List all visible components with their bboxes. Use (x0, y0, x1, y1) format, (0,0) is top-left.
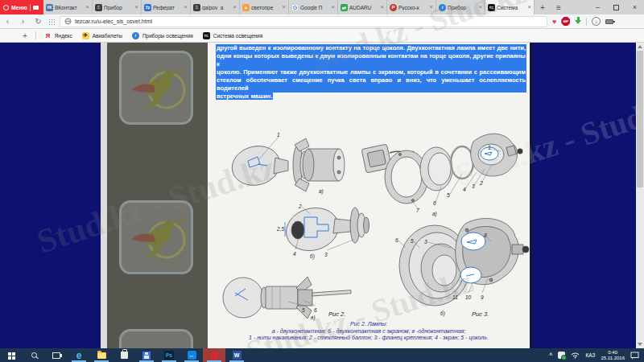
tab-close-icon[interactable]: × (478, 4, 482, 10)
bookmark-heart-icon[interactable]: ♥ (552, 18, 556, 26)
tab-close-icon[interactable]: × (134, 4, 138, 10)
selected-text-line: стеклом обеспечивает смещение пучка свет… (216, 76, 526, 93)
browser-tab[interactable]: РРусско-к× (387, 0, 436, 14)
address-bar: ‹ › ↻ tezcar.ru/u-elec_sis_osvet.html ♥ … (0, 14, 644, 29)
start-taskbar-button[interactable] (0, 348, 23, 362)
globe-icon (64, 18, 72, 25)
minimize-button[interactable]: – (588, 0, 607, 14)
caption-line: 1 - нити накаливания; 2 - стеклянный бал… (208, 335, 530, 342)
downloads-icon[interactable]: ↓ (592, 17, 601, 26)
opera-taskbar-button[interactable] (203, 348, 225, 362)
tab-title: Прибор (104, 5, 133, 10)
bookmark-item[interactable]: ✈Авиабилеты (82, 32, 122, 39)
new-tab-button[interactable]: + (535, 0, 551, 14)
teamviewer-taskbar-button[interactable]: ↔ (180, 348, 203, 362)
audaru-favicon: ⇄ (341, 4, 348, 11)
browser-tab[interactable]: TCСистема× (485, 0, 535, 14)
url-field[interactable]: tezcar.ru/u-elec_sis_osvet.html (60, 16, 547, 27)
action-center-icon[interactable] (630, 352, 639, 360)
clock[interactable]: 0:40 25.11.2016 (601, 350, 625, 361)
scroll-up-arrow-icon[interactable] (638, 45, 642, 48)
scroll-down-arrow-icon[interactable] (638, 343, 642, 346)
figure-label: б) (310, 253, 315, 259)
word-taskbar-button[interactable]: W (225, 348, 248, 362)
page-scrollbar[interactable] (636, 43, 644, 348)
figure-label: 8 (484, 232, 487, 238)
tab-title: Прибор (448, 5, 477, 10)
tab-title: ВКонтакт (55, 5, 84, 10)
tab-close-icon[interactable]: × (527, 4, 531, 10)
figure-label: Рис 3. (472, 311, 489, 317)
tab-close-icon[interactable]: × (429, 4, 433, 10)
selected-text-line: одни концы которых выведены к двум изоли… (216, 52, 526, 68)
floppy-app-taskbar-button[interactable] (135, 348, 158, 362)
back-button[interactable]: ‹ (0, 15, 15, 28)
edge-taskbar-button[interactable]: e (68, 348, 90, 362)
adblock-icon[interactable]: ABP (561, 17, 570, 26)
tab-title: AUDARU (349, 5, 378, 10)
caption-line: а - двухконтактная; б - двухконтактная с… (208, 328, 530, 335)
photoshop-taskbar-button[interactable]: Ps (158, 348, 180, 362)
tab-menu-button[interactable]: ≡ (551, 0, 567, 14)
browser-tab[interactable]: GGoogle П× (289, 0, 338, 14)
explorer-taskbar-button[interactable] (90, 348, 113, 362)
bookmark-item[interactable]: iПриборы освещения (132, 32, 193, 39)
battery-saver-icon[interactable] (605, 19, 613, 24)
scrollbar-thumb[interactable] (637, 51, 643, 187)
hidden-icons-button[interactable]: ^ (549, 352, 552, 358)
opera-menu-button[interactable]: Меню (0, 0, 43, 14)
task-view-taskbar-button[interactable] (45, 348, 68, 362)
teamviewer-tray-icon[interactable] (558, 352, 565, 359)
bookmark-item[interactable]: ЯЯндекс (44, 32, 72, 39)
browser-tab[interactable]: ⇄AUDARU× (338, 0, 387, 14)
browser-tab[interactable]: ▲светопре× (240, 0, 289, 14)
savefrom-arrow-icon[interactable] (575, 20, 581, 27)
reload-button[interactable]: ↻ (31, 15, 46, 28)
page-sidebar-column (107, 43, 208, 348)
figure-label: 2,5 (277, 226, 284, 232)
figure-label: а) (432, 211, 437, 216)
figure-label: 6 (314, 307, 317, 313)
browser-tab[interactable]: iПрибор× (436, 0, 485, 14)
figure-label: б) (440, 311, 445, 316)
figure-label: 6 (395, 237, 398, 243)
browser-tab[interactable]: УрРеферат× (142, 0, 191, 14)
figure-label: 4 (293, 251, 296, 257)
bookmark-label: Система освещения (213, 33, 262, 39)
store-icon (121, 352, 128, 359)
add-bookmark-button[interactable]: + (23, 31, 27, 40)
tab-close-icon[interactable]: × (331, 4, 335, 10)
bookmarks-bar: + ЯЯндекс✈АвиабилетыiПриборы освещенияTC… (0, 29, 644, 43)
ur-favicon: Ур (144, 4, 151, 11)
wifi-icon[interactable] (571, 352, 580, 359)
divider (35, 31, 36, 39)
tab-title: Система (497, 5, 526, 10)
browser-tab[interactable]: VKВКонтакт× (43, 0, 93, 14)
browser-tab[interactable]: ≡gaipov_a× (191, 0, 240, 14)
language-indicator[interactable]: КАЗ (585, 352, 595, 358)
google-favicon: G (291, 4, 299, 11)
content-right-border (530, 43, 533, 348)
close-button[interactable]: × (625, 0, 644, 14)
tab-close-icon[interactable]: × (380, 4, 384, 10)
maximize-button[interactable] (607, 0, 625, 14)
tab-close-icon[interactable]: × (85, 4, 89, 10)
tab-bar: Меню VKВКонтакт×≡Прибор×УрРеферат×≡gaipo… (0, 0, 644, 14)
opera-logo-icon (3, 5, 9, 10)
tab-close-icon[interactable]: × (282, 4, 286, 10)
bookmark-item[interactable]: TCСистема освещения (203, 32, 262, 39)
browser-tab[interactable]: ≡Прибор× (93, 0, 142, 14)
figure-label: 1 (488, 145, 491, 150)
forward-button[interactable]: › (15, 15, 31, 28)
bookmark-items: ЯЯндекс✈АвиабилетыiПриборы освещенияTCСи… (44, 32, 262, 39)
figure-label: 9 (481, 294, 484, 300)
store-taskbar-button[interactable] (113, 348, 135, 362)
selected-text-line: встречных машин. (216, 93, 526, 101)
tab-close-icon[interactable]: × (184, 4, 188, 10)
divider (586, 18, 587, 26)
speed-dial-icon[interactable] (48, 19, 55, 25)
tab-close-icon[interactable]: × (233, 4, 237, 10)
address-actions: ♥ ABP ↓ (552, 16, 613, 27)
search-taskbar-button[interactable] (23, 348, 45, 362)
tab-title: Google П (300, 5, 329, 10)
